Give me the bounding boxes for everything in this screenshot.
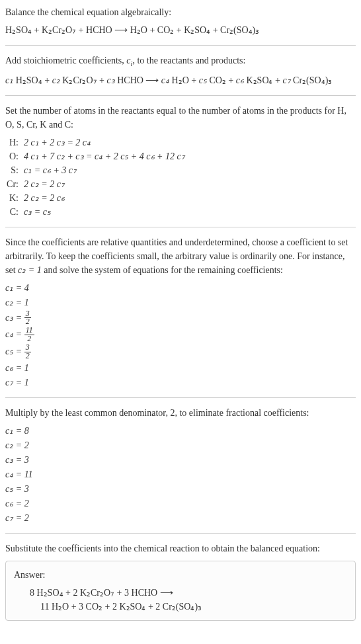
- atom-balance-table: H: 2 c₁ + 2 c₃ = 2 c₄ O: 4 c₁ + 7 c₂ + c…: [5, 136, 356, 219]
- atom-row-h: H: 2 c₁ + 2 c₃ = 2 c₄: [5, 136, 356, 149]
- c4: c₄: [161, 75, 169, 85]
- r6: K₂SO₄ +: [244, 75, 282, 85]
- atom-row-k: K: 2 c₂ = 2 c₆: [5, 191, 356, 205]
- coeff2-c6: c₆ = 2: [5, 497, 356, 510]
- intro2-part-a: Add stoichiometric coefficients,: [5, 56, 126, 65]
- answer-equation-line2: 11 H₂O + 3 CO₂ + 2 K₂SO₄ + 2 Cr₂(SO₄)₃: [14, 600, 347, 614]
- coeff-c4: c₄ = 112: [5, 327, 356, 343]
- atom-eq-c: c₃ = c₅: [24, 205, 356, 219]
- atom-row-cr: Cr: 2 c₂ = 2 c₇: [5, 177, 356, 191]
- divider: [5, 227, 356, 227]
- unbalanced-equation: H₂SO₄ + K₂Cr₂O₇ + HCHO ⟶ H₂O + CO₂ + K₂S…: [5, 23, 356, 37]
- coeff2-c3: c₃ = 3: [5, 453, 356, 467]
- coeff2-c2: c₂ = 2: [5, 438, 356, 452]
- divider: [5, 95, 356, 96]
- c3: c₃: [106, 75, 114, 85]
- c4-pre: c₄ =: [5, 329, 24, 339]
- c1: c₁: [5, 75, 13, 85]
- c3-pre: c₃ =: [5, 312, 24, 322]
- atom-label-o: O:: [5, 149, 24, 163]
- intro-atoms: Set the number of atoms in the reactants…: [5, 104, 356, 132]
- coeff2-c7: c₇ = 2: [5, 511, 356, 525]
- r4: H₂O +: [169, 75, 199, 85]
- atom-row-s: S: c₁ = c₆ + 3 c₇: [5, 163, 356, 177]
- divider: [5, 397, 356, 398]
- coeff2-c4: c₄ = 11: [5, 467, 356, 481]
- c5-pre: c₅ =: [5, 346, 24, 356]
- coefficient-equation: c₁ H₂SO₄ + c₂ K₂Cr₂O₇ + c₃ HCHO ⟶ c₄ H₂O…: [5, 73, 356, 87]
- divider: [5, 533, 356, 534]
- answer-box: Answer: 8 H₂SO₄ + 2 K₂Cr₂O₇ + 3 HCHO ⟶ 1…: [5, 561, 356, 621]
- coeff-c2: c₂ = 1: [5, 296, 356, 309]
- r7: Cr₂(SO₄)₃: [291, 75, 333, 85]
- intro-substitute: Substitute the coefficients into the che…: [5, 542, 356, 555]
- atom-eq-k: 2 c₂ = 2 c₆: [24, 191, 356, 205]
- intro-balance: Balance the chemical equation algebraica…: [5, 5, 356, 19]
- atom-row-o: O: 4 c₁ + 7 c₂ + c₃ = c₄ + 2 c₅ + 4 c₆ +…: [5, 149, 356, 163]
- c7: c₇: [282, 75, 290, 85]
- coeff2-c5: c₅ = 3: [5, 482, 356, 496]
- coeff-c6: c₆ = 1: [5, 361, 356, 375]
- intro-solve: Since the coefficients are relative quan…: [5, 235, 356, 277]
- atom-eq-cr: 2 c₂ = 2 c₇: [24, 177, 356, 191]
- atom-row-c: C: c₃ = c₅: [5, 205, 356, 219]
- r3: HCHO ⟶: [115, 75, 161, 85]
- atom-label-cr: Cr:: [5, 177, 24, 191]
- r1: H₂SO₄ +: [13, 75, 52, 85]
- answer-label: Answer:: [14, 568, 347, 582]
- atom-label-k: K:: [5, 191, 24, 205]
- intro-coefficients: Add stoichiometric coefficients, ci, to …: [5, 54, 356, 69]
- c5-den: 2: [24, 352, 31, 360]
- coeff2-c1: c₁ = 8: [5, 424, 356, 438]
- atom-eq-o: 4 c₁ + 7 c₂ + c₃ = c₄ + 2 c₅ + 4 c₆ + 12…: [24, 149, 356, 163]
- r5: CO₂ +: [207, 75, 236, 85]
- divider: [5, 45, 356, 46]
- intro2-part-b: , to the reactants and products:: [132, 56, 245, 65]
- answer-equation-line1: 8 H₂SO₄ + 2 K₂Cr₂O₇ + 3 HCHO ⟶: [14, 586, 347, 600]
- coefficients-fractional: c₁ = 4 c₂ = 1 c₃ = 32 c₄ = 112 c₅ = 32 c…: [5, 281, 356, 389]
- atom-eq-s: c₁ = c₆ + 3 c₇: [24, 163, 356, 177]
- atom-label-c: C:: [5, 205, 24, 219]
- coeff-c3: c₃ = 32: [5, 310, 356, 327]
- coeff-c1: c₁ = 4: [5, 281, 356, 295]
- c5: c₅: [199, 75, 207, 85]
- atom-eq-h: 2 c₁ + 2 c₃ = 2 c₄: [24, 136, 356, 149]
- coefficients-integer: c₁ = 8 c₂ = 2 c₃ = 3 c₄ = 11 c₅ = 3 c₆ =…: [5, 424, 356, 525]
- coeff-c5: c₅ = 32: [5, 344, 356, 360]
- c6: c₆: [236, 75, 244, 85]
- r2: K₂Cr₂O₇ +: [60, 75, 107, 85]
- atom-label-h: H:: [5, 136, 24, 149]
- c2: c₂: [52, 75, 60, 85]
- intro4-b: and solve the system of equations for th…: [42, 265, 283, 275]
- coeff-c7: c₇ = 1: [5, 376, 356, 389]
- intro4-c2: c₂ = 1: [18, 265, 42, 275]
- atom-label-s: S:: [5, 163, 24, 177]
- intro-lcd: Multiply by the least common denominator…: [5, 406, 356, 420]
